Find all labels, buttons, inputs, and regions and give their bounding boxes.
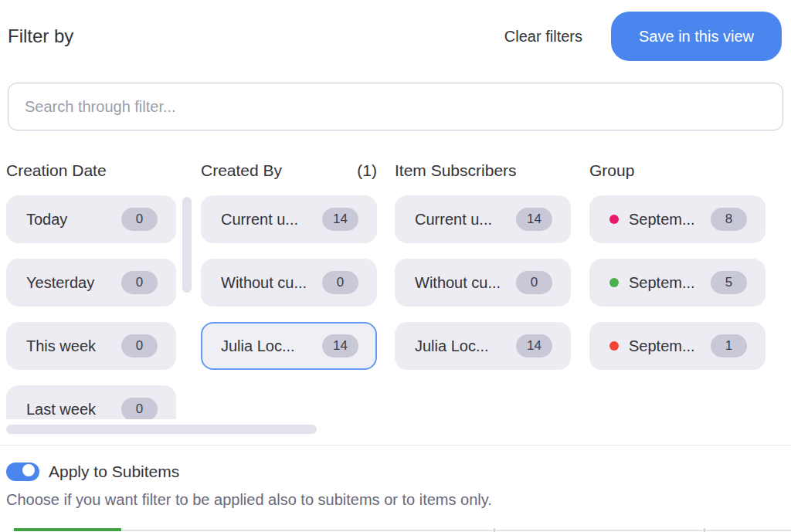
filter-option-label: This week [26,337,121,355]
column-header-created-by: Created By (1) [201,161,377,180]
filter-option-label: Septem... [629,337,711,355]
apply-to-subitems-row: Apply to Subitems [6,463,791,481]
column-title: Created By [201,161,282,180]
filter-option-count-badge: 14 [516,208,552,231]
divider [0,445,791,446]
filter-option[interactable]: Septem... 1 [589,322,766,370]
column-title: Group [589,161,634,180]
filter-option-count-badge: 0 [516,271,552,294]
group-color-dot [609,341,619,351]
filter-option-label: Today [26,211,121,229]
filter-option[interactable]: Last week 0 [6,385,176,419]
filter-option[interactable]: Septem... 5 [589,259,766,307]
filter-option[interactable]: Without cu... 0 [395,259,571,307]
filter-option[interactable]: This week 0 [6,322,176,370]
board-row-line [12,530,791,531]
clear-filters-button[interactable]: Clear filters [504,28,582,46]
filter-panel: Filter by Clear filters Save in this vie… [0,0,791,528]
filter-option[interactable]: Without cu... 0 [201,259,377,307]
horizontal-scrollbar[interactable] [6,425,317,434]
save-in-view-button[interactable]: Save in this view [611,12,782,61]
filter-option-count-badge: 14 [322,208,358,231]
filter-option[interactable]: Septem... 8 [589,195,766,243]
filter-option-count-badge: 0 [121,208,158,231]
apply-to-subitems-label: Apply to Subitems [49,463,179,481]
column-items-row: Today 0 Yesterday 0 This week 0 Last wee… [6,195,791,419]
group-color-dot [609,215,619,224]
filter-option-count-badge: 8 [711,208,747,231]
column-selected-count: (1) [357,161,377,180]
filter-option-count-badge: 0 [121,398,158,419]
filter-columns-area: Creation Date Created By (1) Item Subscr… [6,161,791,419]
search-container [0,61,791,130]
column-header-group: Group [589,161,766,180]
filter-column-item-subscribers: Current u... 14 Without cu... 0 Julia Lo… [395,195,571,419]
apply-to-subitems-description: Choose if you want filter to be applied … [6,491,791,509]
apply-to-subitems-toggle[interactable] [6,463,39,481]
filter-option[interactable]: Julia Loc... 14 [395,322,571,370]
filter-option-label: Septem... [629,274,711,292]
filter-option-selected[interactable]: Julia Loc... 14 [201,322,377,370]
filter-option-count-badge: 0 [121,334,158,357]
vertical-scrollbar[interactable] [182,197,192,293]
filter-option-label: Without cu... [221,274,322,292]
filter-option-count-badge: 14 [516,334,552,357]
column-header-item-subscribers: Item Subscribers [395,161,571,180]
filter-option-count-badge: 0 [121,271,158,294]
board-column-divider [494,528,495,532]
filter-option-count-badge: 1 [711,334,747,357]
filter-option-label: Current u... [415,211,516,229]
filter-option-label: Current u... [221,211,322,229]
filter-panel-header: Filter by Clear filters Save in this vie… [0,0,791,61]
filter-option-label: Last week [26,401,121,418]
filter-column-created-by: Current u... 14 Without cu... 0 Julia Lo… [201,195,377,419]
page-title: Filter by [8,25,73,47]
filter-option[interactable]: Current u... 14 [395,195,571,243]
filter-option-label: Julia Loc... [221,337,322,355]
column-title: Item Subscribers [395,161,517,180]
column-headers-row: Creation Date Created By (1) Item Subscr… [6,161,791,180]
filter-option-count-badge: 14 [322,334,358,357]
filter-column-creation-date: Today 0 Yesterday 0 This week 0 Last wee… [6,195,176,419]
filter-column-group: Septem... 8 Septem... 5 Septem... 1 [589,195,766,419]
group-color-bar [14,528,121,531]
filter-option-count-badge: 0 [322,271,358,294]
filter-option[interactable]: Yesterday 0 [6,259,176,307]
filter-option-label: Without cu... [415,274,516,292]
toggle-knob [21,463,36,478]
filter-option[interactable]: Today 0 [6,195,176,243]
column-header-creation-date: Creation Date [6,161,176,180]
filter-option-count-badge: 5 [711,271,747,294]
search-input[interactable] [8,83,783,130]
filter-option-label: Yesterday [26,274,121,292]
column-title: Creation Date [6,161,107,180]
group-color-dot [609,278,619,287]
filter-option-label: Julia Loc... [415,337,516,355]
filter-option[interactable]: Current u... 14 [201,195,377,243]
filter-option-label: Septem... [629,211,711,229]
board-column-divider [704,528,705,532]
